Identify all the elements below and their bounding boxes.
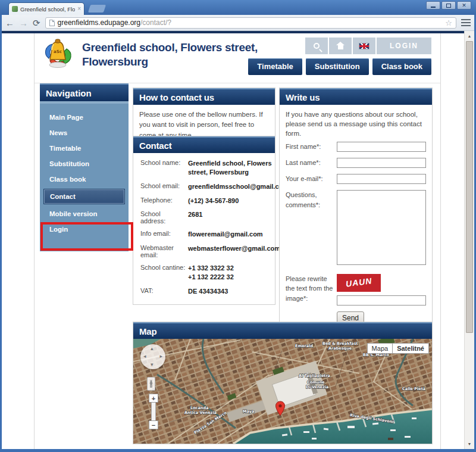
zoom-slider[interactable] bbox=[151, 403, 156, 420]
contact-label: School address: bbox=[140, 210, 186, 225]
how-to-contact-title: How to contact us bbox=[133, 88, 275, 105]
language-button[interactable] bbox=[353, 38, 375, 54]
tab-close-icon[interactable]: × bbox=[77, 6, 81, 12]
tab-favicon bbox=[12, 6, 18, 12]
captcha-image: UAUN bbox=[337, 274, 381, 292]
pegman-icon bbox=[149, 380, 153, 388]
browser-window: Greenfield school, Flowers st × ✕ ← → ⟳ … bbox=[0, 0, 476, 452]
contact-label: School name: bbox=[140, 159, 186, 177]
svg-text:Arabesque: Arabesque bbox=[328, 346, 352, 351]
map-type-mapa-button[interactable]: Mapa bbox=[367, 343, 393, 354]
home-button[interactable] bbox=[329, 38, 352, 54]
pan-right-icon[interactable]: ▸ bbox=[159, 354, 162, 359]
contact-value: 2681 bbox=[188, 210, 289, 225]
svg-text:Comune: Comune bbox=[307, 380, 325, 385]
pegman-control[interactable] bbox=[147, 377, 155, 391]
map-marker-pin[interactable] bbox=[275, 401, 286, 416]
contact-value: (+12) 34-567-890 bbox=[188, 197, 289, 205]
search-icon bbox=[314, 43, 320, 49]
header-nav: Timetable Substitution Class book bbox=[248, 58, 431, 75]
nav-substitution-button[interactable]: Substitution bbox=[306, 58, 369, 75]
sidebar-item-main-page[interactable]: Main Page bbox=[40, 110, 129, 125]
questions-label: Questions, comments*: bbox=[286, 190, 336, 268]
url-text: greenfieldms.edupage.org/contact/? bbox=[58, 18, 171, 27]
sidebar-navigation: Navigation Main Page News Timetable Subs… bbox=[40, 83, 129, 251]
captcha-field[interactable] bbox=[337, 295, 426, 306]
contact-label: VAT: bbox=[140, 287, 186, 296]
zoom-out-button[interactable]: − bbox=[149, 420, 158, 429]
close-button[interactable]: ✕ bbox=[457, 1, 471, 10]
browser-toolbar: ← → ⟳ greenfieldms.edupage.org/contact/?… bbox=[2, 15, 474, 31]
first-name-field[interactable] bbox=[337, 142, 426, 152]
reload-icon[interactable]: ⟳ bbox=[33, 18, 40, 27]
login-button[interactable]: LOGIN bbox=[377, 38, 431, 54]
svg-text:Calle Pietà: Calle Pietà bbox=[402, 386, 425, 391]
captcha-label: Please rewrite the text from the image*: bbox=[286, 274, 336, 306]
write-us-title: Write us bbox=[280, 88, 432, 105]
map-type-switch: Mapa Satelitné bbox=[367, 343, 429, 354]
search-button[interactable] bbox=[305, 38, 328, 54]
write-us-intro: If you have any questions about our scho… bbox=[286, 110, 426, 138]
first-name-label: First name*: bbox=[286, 142, 336, 152]
map-panel: Map bbox=[133, 322, 433, 444]
map-title: Map bbox=[133, 322, 432, 339]
email-label: Your e-mail*: bbox=[286, 174, 336, 184]
map-zoom-control: + − bbox=[149, 394, 158, 429]
red-annotation-box bbox=[40, 222, 133, 251]
sidebar-item-news[interactable]: News bbox=[40, 125, 129, 141]
last-name-field[interactable] bbox=[337, 158, 426, 168]
map-type-satellite-button[interactable]: Satelitné bbox=[393, 343, 429, 354]
maximize-button[interactable] bbox=[441, 1, 456, 10]
site-header: aSc Greenfield school, Flowers street, F… bbox=[35, 33, 440, 83]
tab-title: Greenfield school, Flowers st bbox=[20, 6, 75, 13]
contact-label: School email: bbox=[140, 182, 186, 191]
asc-logo: aSc bbox=[40, 37, 75, 71]
zoom-in-button[interactable]: + bbox=[149, 394, 158, 403]
svg-text:Locanda: Locanda bbox=[190, 406, 209, 410]
new-tab-button[interactable] bbox=[88, 5, 106, 13]
address-bar[interactable]: greenfieldms.edupage.org/contact/? ☆ bbox=[45, 17, 456, 29]
map-pan-control[interactable]: ▴ ▾ ◂ ▸ bbox=[140, 344, 165, 369]
svg-text:Bed & Breakfast: Bed & Breakfast bbox=[322, 341, 358, 346]
contact-value: greenfieldmsschool@gmail.com bbox=[188, 182, 289, 191]
nav-classbook-button[interactable]: Class book bbox=[372, 58, 431, 75]
minimize-button[interactable] bbox=[426, 1, 440, 10]
contact-label: Telephone: bbox=[140, 197, 186, 205]
pan-left-icon[interactable]: ◂ bbox=[143, 354, 146, 359]
svg-text:aSc: aSc bbox=[54, 49, 62, 54]
pan-up-icon[interactable]: ▴ bbox=[151, 346, 154, 351]
browser-tab[interactable]: Greenfield school, Flowers st × bbox=[8, 2, 84, 15]
contact-panel: Contact School name: Greenfield school, … bbox=[133, 136, 275, 305]
sidebar-item-timetable[interactable]: Timetable bbox=[40, 141, 129, 156]
sidebar-item-substitution[interactable]: Substitution bbox=[40, 156, 129, 172]
pan-down-icon[interactable]: ▾ bbox=[151, 362, 154, 367]
contact-value: floweremail@gmail.com bbox=[188, 230, 289, 239]
menu-icon[interactable] bbox=[461, 19, 471, 26]
contact-title: Contact bbox=[133, 136, 275, 153]
sidebar-item-contact[interactable]: Contact bbox=[43, 189, 125, 204]
sidebar-item-mobile-version[interactable]: Mobile version bbox=[40, 206, 129, 222]
sidebar-item-class-book[interactable]: Class book bbox=[40, 172, 129, 187]
contact-value: webmasterflower@gmail.com bbox=[188, 244, 289, 258]
page-icon bbox=[49, 20, 55, 26]
svg-text:Maya: Maya bbox=[243, 409, 254, 414]
site-wrapper: aSc Greenfield school, Flowers street, F… bbox=[34, 33, 441, 449]
contact-label: Webmaster email: bbox=[140, 244, 186, 258]
satellite-map-image: Emerald Bed & Breakfast Arabesque BB S. … bbox=[133, 339, 432, 444]
nav-timetable-button[interactable]: Timetable bbox=[248, 58, 302, 75]
questions-field[interactable] bbox=[337, 190, 426, 265]
utility-bar: LOGIN bbox=[305, 38, 431, 54]
email-field[interactable] bbox=[337, 174, 426, 184]
page-viewport: aSc Greenfield school, Flowers street, F… bbox=[2, 31, 474, 449]
titlebar: Greenfield school, Flowers st × ✕ bbox=[0, 0, 476, 15]
back-icon[interactable]: ← bbox=[5, 18, 14, 27]
forward-icon[interactable]: → bbox=[19, 18, 28, 27]
scrollbar-thumb[interactable] bbox=[466, 41, 473, 333]
page-scrollbar[interactable]: ▲ ▼ bbox=[464, 31, 474, 449]
scroll-down-icon[interactable]: ▼ bbox=[465, 439, 474, 448]
sidebar-title: Navigation bbox=[40, 83, 129, 101]
map-canvas[interactable]: Emerald Bed & Breakfast Arabesque BB S. … bbox=[133, 339, 432, 444]
bookmark-star-icon[interactable]: ☆ bbox=[445, 18, 452, 27]
contact-value: DE 43434343 bbox=[188, 287, 289, 296]
scroll-up-icon[interactable]: ▲ bbox=[465, 32, 474, 40]
